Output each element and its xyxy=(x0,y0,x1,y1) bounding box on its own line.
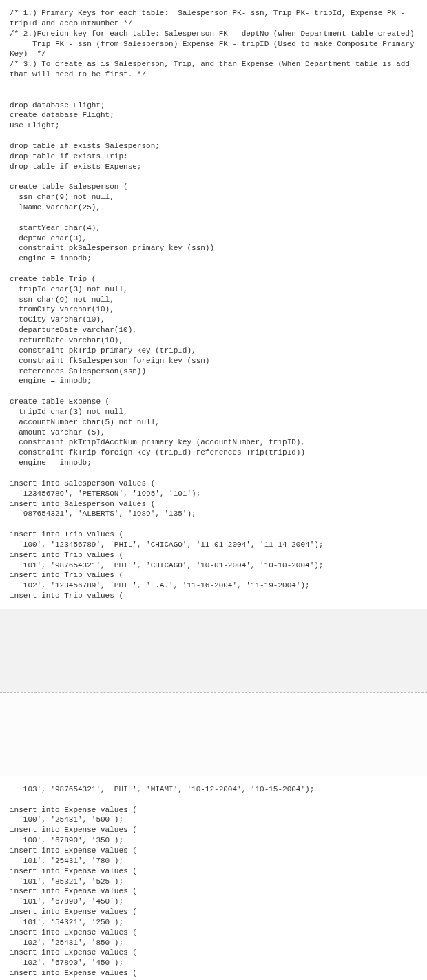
page-gap-bottom xyxy=(0,694,427,776)
page-gap-top xyxy=(0,609,427,692)
sql-code-page-1: /* 1.) Primary Keys for each table: Sale… xyxy=(0,0,427,609)
sql-code-page-2: '103', '987654321', 'PHIL', 'MIAMI', '10… xyxy=(0,776,427,980)
